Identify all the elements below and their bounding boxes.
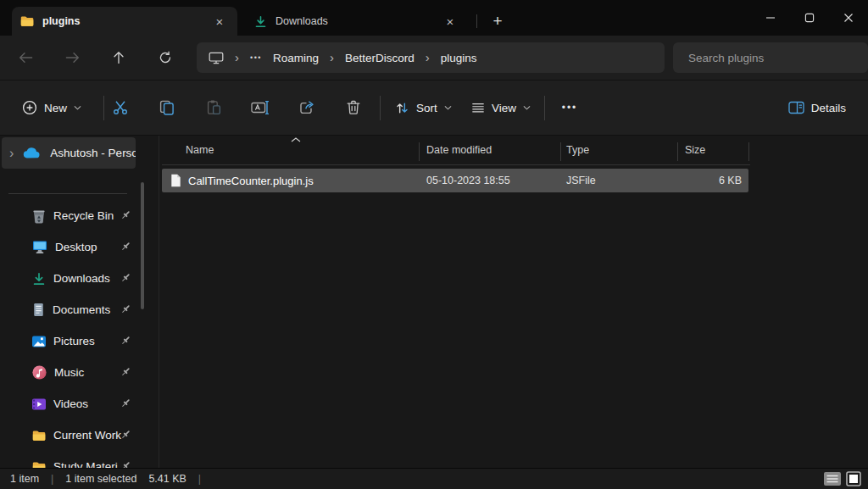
chevron-down-icon: [444, 105, 452, 110]
search-placeholder: Search plugins: [688, 52, 764, 64]
status-divider: |: [198, 473, 201, 485]
sidebar-item-onedrive[interactable]: › Ashutosh - Perso: [2, 137, 136, 169]
file-row-selected[interactable]: CallTimeCounter.plugin.js 05-10-2023 18:…: [162, 169, 748, 192]
circle-plus-icon: [22, 100, 37, 115]
chevron-down-icon: [523, 105, 531, 110]
more-options-button[interactable]: •••: [551, 92, 588, 123]
selection-size: 5.41 KB: [148, 473, 186, 485]
view-toggles: [823, 471, 861, 486]
address-bar[interactable]: › ••• Roaming › BetterDiscord › plugins: [197, 42, 665, 73]
new-button[interactable]: New: [14, 92, 90, 123]
file-name: CallTimeCounter.plugin.js: [188, 175, 314, 187]
sidebar-item-label: Desktop: [55, 241, 97, 253]
cut-button[interactable]: [102, 92, 139, 123]
folder-icon: [20, 15, 34, 27]
chevron-right-icon: ›: [426, 51, 430, 65]
delete-button[interactable]: [335, 92, 372, 123]
sidebar-item-label: Downloads: [53, 272, 110, 285]
view-button-label: View: [492, 102, 516, 114]
forward-button[interactable]: [57, 42, 87, 73]
back-button[interactable]: [10, 42, 41, 73]
download-icon: [254, 15, 267, 28]
ellipsis-icon: •••: [562, 102, 578, 114]
column-header-type[interactable]: Type: [566, 144, 589, 156]
sidebar-item-label: Music: [54, 366, 84, 379]
pin-icon: [120, 397, 131, 408]
back-arrow-icon: [19, 52, 33, 64]
view-button[interactable]: View: [463, 92, 539, 123]
tab-downloads[interactable]: Downloads ×: [246, 7, 468, 36]
refresh-icon: [159, 51, 172, 64]
search-input[interactable]: Search plugins: [673, 42, 868, 73]
sort-button-label: Sort: [416, 102, 437, 114]
file-date-modified: 05-10-2023 18:55: [426, 175, 510, 186]
monitor-icon: [209, 52, 224, 64]
sidebar-item-pictures[interactable]: Pictures: [0, 325, 158, 357]
close-window-button[interactable]: [829, 0, 868, 36]
main-area: › Ashutosh - Perso Recycle Bin: [0, 136, 868, 468]
sidebar-item-recycle-bin[interactable]: Recycle Bin: [0, 200, 158, 231]
column-divider[interactable]: [419, 142, 420, 161]
up-button[interactable]: [103, 42, 134, 73]
sidebar-item-label: Current Work: [53, 429, 121, 442]
breadcrumb-overflow[interactable]: •••: [250, 53, 262, 62]
details-view-toggle-icon[interactable]: [823, 471, 842, 486]
chevron-right-icon: ›: [330, 51, 334, 65]
new-tab-button[interactable]: +: [485, 8, 510, 34]
sidebar-item-videos[interactable]: Videos: [0, 388, 158, 420]
sidebar-item-documents[interactable]: Documents: [0, 294, 158, 325]
share-button[interactable]: [288, 92, 326, 123]
sort-button[interactable]: Sort: [387, 92, 460, 123]
forward-arrow-icon: [65, 52, 80, 64]
tab-plugins[interactable]: plugins ×: [12, 7, 237, 36]
thumbnail-view-toggle-icon[interactable]: [846, 471, 861, 486]
new-button-label: New: [44, 102, 67, 114]
column-header-name[interactable]: Name: [186, 144, 214, 156]
sidebar-item-current-work[interactable]: Current Work: [0, 420, 158, 451]
selection-count: 1 item selected: [65, 473, 136, 485]
sort-ascending-icon: [291, 137, 301, 142]
details-pane-button[interactable]: Details: [780, 92, 854, 123]
sidebar-item-desktop[interactable]: Desktop: [0, 231, 158, 263]
recycle-bin-icon: [32, 208, 46, 224]
desktop-icon: [32, 240, 47, 254]
toolbar-separator: [544, 96, 545, 120]
rename-button[interactable]: [242, 92, 279, 123]
column-header-size[interactable]: Size: [685, 144, 705, 156]
header-divider: [162, 164, 750, 165]
sidebar-scrollbar[interactable]: [141, 182, 144, 309]
close-tab-icon[interactable]: ×: [441, 12, 459, 31]
maximize-button[interactable]: [790, 0, 829, 36]
copy-button[interactable]: [148, 92, 186, 123]
sidebar-item-music[interactable]: Music: [0, 357, 158, 388]
pin-icon: [120, 303, 131, 314]
sidebar: › Ashutosh - Perso Recycle Bin: [0, 136, 158, 468]
details-pane-icon: [788, 101, 804, 114]
breadcrumb-segment-plugins[interactable]: plugins: [441, 52, 477, 64]
file-type: JSFile: [566, 175, 596, 186]
trash-icon: [345, 99, 362, 116]
sidebar-item-label: Documents: [53, 303, 110, 316]
file-icon: [170, 174, 181, 187]
music-icon: [32, 365, 47, 380]
breadcrumb-segment-roaming[interactable]: Roaming: [273, 52, 319, 64]
sidebar-item-downloads[interactable]: Downloads: [0, 263, 158, 294]
minimize-button[interactable]: [751, 0, 790, 36]
pin-icon: [120, 366, 131, 377]
column-divider[interactable]: [748, 142, 749, 161]
pin-icon: [120, 429, 131, 440]
sidebar-item-label: Ashutosh - Perso: [50, 147, 136, 159]
copy-icon: [159, 99, 175, 116]
column-divider[interactable]: [677, 142, 678, 161]
chevron-expand-icon[interactable]: ›: [9, 146, 14, 161]
paste-button[interactable]: [195, 92, 232, 123]
command-toolbar: New: [0, 80, 868, 136]
onedrive-cloud-icon: [23, 147, 40, 158]
column-divider[interactable]: [560, 142, 561, 161]
sidebar-item-label: Videos: [53, 397, 88, 410]
sort-arrows-icon: [395, 101, 409, 115]
breadcrumb-segment-betterdiscord[interactable]: BetterDiscord: [345, 52, 415, 64]
column-header-date-modified[interactable]: Date modified: [426, 144, 492, 156]
close-tab-icon[interactable]: ×: [210, 12, 229, 31]
refresh-button[interactable]: [150, 42, 181, 73]
